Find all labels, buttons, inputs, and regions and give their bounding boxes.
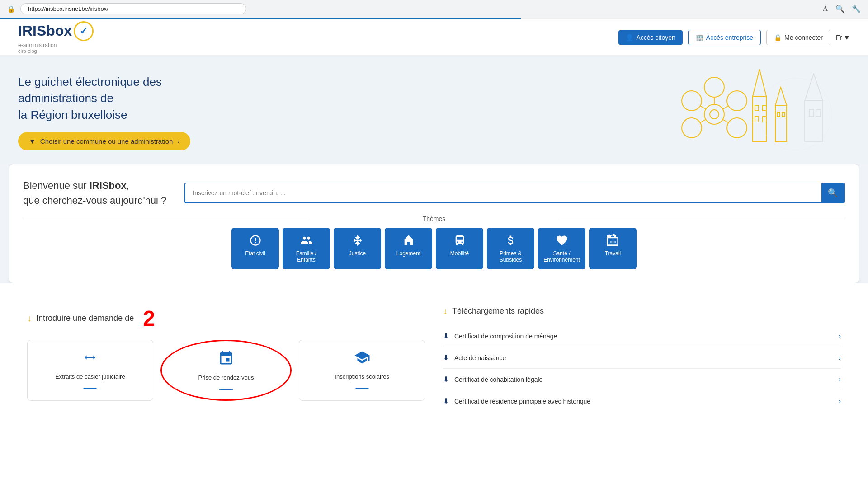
inscriptions-label: Inscriptions scolaires — [335, 373, 389, 380]
filter-icon: ▼ — [29, 137, 36, 145]
svg-rect-17 — [763, 117, 766, 122]
svg-rect-18 — [775, 105, 787, 141]
translate-icon[interactable]: 𝐀 — [823, 5, 828, 13]
url-bar[interactable]: https://irisbox.irisnet.be/irisbox/ — [20, 3, 246, 14]
download-list: ⬇ Certificat de composition de ménage › … — [443, 325, 841, 412]
themes-grid: Etat civil Famille / Enfants Justice Log… — [23, 228, 845, 269]
svg-point-1 — [727, 91, 747, 111]
svg-marker-13 — [753, 69, 766, 96]
theme-etat-civil[interactable]: Etat civil — [231, 228, 279, 269]
nav-buttons: 👤 Accès citoyen 🏢 Accès entreprise 🔒 Me … — [618, 30, 850, 45]
language-button[interactable]: Fr ▼ — [836, 34, 850, 41]
welcome-text: Bienvenue sur IRISbox, que cherchez-vous… — [23, 178, 166, 208]
svg-point-26 — [760, 78, 832, 150]
download-icon-1: ⬇ — [443, 332, 449, 340]
svg-rect-20 — [777, 112, 780, 117]
download-item-composition[interactable]: ⬇ Certificat de composition de ménage › — [443, 325, 841, 347]
demande-cards-grid: Extraits de casier judiciaire Prise de r… — [27, 340, 425, 401]
logo-subtitle: e-administration — [18, 42, 94, 48]
search-box: 🔍 — [184, 183, 845, 203]
themes-label: Thèmes — [23, 215, 845, 222]
enterprise-access-button[interactable]: 🏢 Accès entreprise — [688, 30, 761, 45]
svg-marker-23 — [805, 74, 823, 101]
theme-logement-label: Logement — [396, 250, 420, 257]
casier-indicator — [83, 388, 97, 389]
theme-justice[interactable]: Justice — [334, 228, 381, 269]
logo-text: IRISbox — [18, 23, 72, 39]
lower-section: ↓ Introduire une demande de 2 Extraits d… — [27, 306, 841, 412]
svg-point-5 — [682, 118, 702, 138]
theme-logement[interactable]: Logement — [385, 228, 432, 269]
svg-line-8 — [722, 106, 729, 109]
theme-travail[interactable]: Travail — [589, 228, 637, 269]
theme-travail-label: Travail — [605, 250, 621, 257]
svg-point-2 — [704, 77, 724, 97]
download-item-naissance[interactable]: ⬇ Acte de naissance › — [443, 347, 841, 369]
download-item-residence[interactable]: ⬇ Certificat de résidence principale ave… — [443, 390, 841, 412]
lock-icon: 🔒 — [774, 34, 782, 41]
svg-point-0 — [704, 104, 724, 124]
browser-chrome: 🔒 https://irisbox.irisnet.be/irisbox/ 𝐀 … — [0, 0, 868, 18]
search-input[interactable] — [185, 185, 821, 201]
casier-label: Extraits de casier judiciaire — [55, 373, 125, 380]
theme-primes-subsides-label: Primes & Subsides — [491, 250, 530, 263]
demande-section-title: ↓ Introduire une demande de 2 — [27, 306, 425, 331]
svg-point-6 — [710, 110, 719, 119]
citizen-label: Accès citoyen — [636, 34, 675, 41]
svg-point-4 — [727, 118, 747, 138]
rendez-vous-indicator — [219, 389, 233, 390]
top-navigation: IRISbox ✓ e-administration cirb-cibg 👤 A… — [0, 19, 868, 56]
download-icon-3: ⬇ — [443, 375, 449, 384]
svg-rect-24 — [809, 110, 814, 117]
demande-card-inscriptions[interactable]: Inscriptions scolaires — [299, 340, 425, 401]
theme-primes-subsides[interactable]: Primes & Subsides — [487, 228, 534, 269]
extensions-icon[interactable]: 🔧 — [852, 5, 861, 13]
svg-rect-15 — [763, 105, 766, 111]
svg-line-9 — [700, 106, 706, 109]
download-text-1: Certificat de composition de ménage — [454, 333, 833, 340]
filter-label: Choisir une commune ou une administratio… — [40, 137, 173, 145]
chevron-right-icon-1: › — [839, 332, 841, 340]
svg-marker-19 — [775, 87, 787, 105]
inscriptions-indicator — [355, 388, 369, 389]
hero-section: Le guichet électronique des administrati… — [0, 56, 868, 164]
download-item-cohabitation[interactable]: ⬇ Certificat de cohabitation légale › — [443, 369, 841, 390]
browser-actions: 𝐀 🔍 🔧 — [823, 5, 861, 13]
welcome-text-part2: que cherchez-vous aujourd'hui ? — [23, 195, 166, 206]
theme-etat-civil-label: Etat civil — [245, 250, 265, 257]
theme-famille-enfants[interactable]: Famille / Enfants — [283, 228, 330, 269]
welcome-card: Bienvenue sur IRISbox, que cherchez-vous… — [9, 164, 859, 283]
citizen-access-button[interactable]: 👤 Accès citoyen — [618, 30, 682, 45]
theme-famille-enfants-label: Famille / Enfants — [287, 250, 326, 263]
search-icon[interactable]: 🔍 — [835, 5, 844, 13]
search-button[interactable]: 🔍 — [821, 183, 844, 202]
filter-button[interactable]: ▼ Choisir une commune ou une administrat… — [18, 132, 190, 150]
arrow-down-icon-2: ↓ — [443, 306, 448, 316]
enterprise-icon: 🏢 — [696, 34, 703, 41]
logo-subtitle2: cirb-cibg — [18, 48, 94, 54]
svg-line-10 — [722, 119, 729, 123]
rendez-vous-icon — [218, 350, 234, 370]
chevron-right-icon-2: › — [839, 354, 841, 362]
theme-mobilite-label: Mobilité — [450, 250, 469, 257]
connect-button[interactable]: 🔒 Me connecter — [766, 30, 830, 45]
svg-rect-21 — [782, 112, 785, 117]
theme-mobilite[interactable]: Mobilité — [436, 228, 483, 269]
brand-name: IRISbox — [90, 180, 127, 191]
arrow-down-icon: ↓ — [27, 313, 32, 324]
demande-card-casier[interactable]: Extraits de casier judiciaire — [27, 340, 153, 401]
svg-point-3 — [682, 91, 702, 111]
annotation-number: 2 — [143, 306, 155, 331]
svg-line-11 — [700, 119, 706, 123]
search-area: 🔍 — [184, 183, 845, 203]
inscriptions-icon — [354, 349, 370, 369]
download-icon-2: ⬇ — [443, 353, 449, 362]
downloads-section-title: ↓ Téléchargements rapides — [443, 306, 841, 316]
chevron-right-icon-4: › — [839, 397, 841, 405]
logo-area: IRISbox ✓ e-administration cirb-cibg — [18, 21, 94, 54]
theme-sante-environnement[interactable]: Santé / Environnement — [538, 228, 585, 269]
demande-card-rendez-vous[interactable]: Prise de rendez-vous — [160, 340, 292, 401]
download-text-4: Certificat de résidence principale avec … — [454, 398, 833, 405]
hero-illustration — [674, 60, 832, 150]
svg-rect-14 — [755, 105, 759, 111]
